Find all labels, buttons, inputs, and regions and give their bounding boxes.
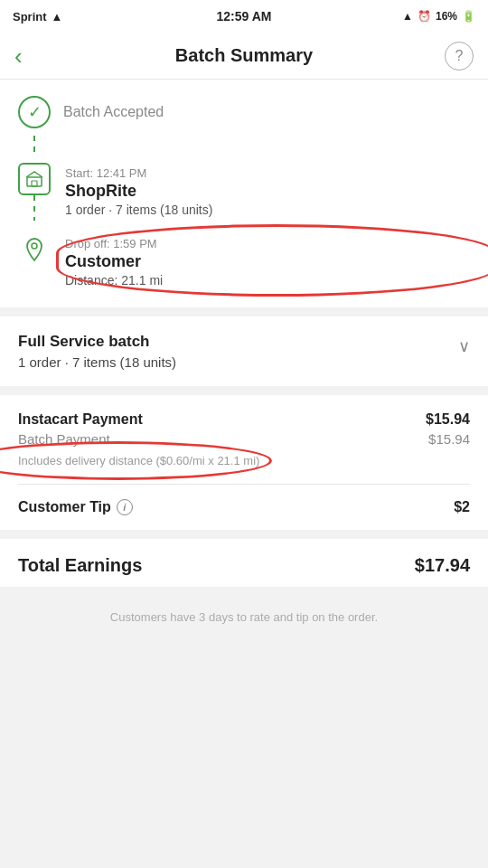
svg-rect-0 xyxy=(27,177,42,186)
total-section: Total Earnings $17.94 xyxy=(0,539,488,587)
batch-payment-label: Batch Payment xyxy=(18,431,110,447)
tip-amount: $2 xyxy=(454,499,470,515)
footer-note: Customers have 3 days to rate and tip on… xyxy=(0,596,488,643)
instacart-amount: $15.94 xyxy=(426,411,470,428)
full-service-title: Full Service batch xyxy=(18,333,176,351)
divider-1 xyxy=(18,484,470,485)
store-icon xyxy=(18,163,51,195)
batch-accepted-label: Batch Accepted xyxy=(63,104,164,120)
instacart-payment-row: Instacart Payment $15.94 xyxy=(18,411,470,428)
status-time: 12:59 AM xyxy=(217,9,272,24)
info-icon[interactable]: i xyxy=(117,499,133,515)
svg-rect-1 xyxy=(32,181,37,186)
batch-accepted-row: ✓ Batch Accepted xyxy=(18,96,470,128)
customer-name: Customer xyxy=(65,252,470,271)
status-bar: Sprint ▲ 12:59 AM ▲ ⏰ 16% 🔋 xyxy=(0,0,488,33)
store-name: ShopRite xyxy=(65,182,470,201)
location-icon: ▲ xyxy=(402,10,413,23)
includes-label: Includes delivery distance ($0.60/mi x 2… xyxy=(18,454,259,467)
dropoff-timeline-item: Drop off: 1:59 PM Customer Distance: 21.… xyxy=(18,233,470,288)
total-label: Total Earnings xyxy=(18,555,142,576)
footer-text: Customers have 3 days to rate and tip on… xyxy=(110,610,378,624)
status-right: ▲ ⏰ 16% 🔋 xyxy=(402,10,475,23)
start-label: Start: 12:41 PM xyxy=(65,166,470,180)
total-amount: $17.94 xyxy=(415,555,470,576)
carrier-label: Sprint xyxy=(13,10,47,24)
store-details: 1 order · 7 items (18 units) xyxy=(65,203,470,217)
page-title: Batch Summary xyxy=(175,45,313,66)
store-timeline-item: Start: 12:41 PM ShopRite 1 order · 7 ite… xyxy=(18,163,470,233)
battery-icon: 🔋 xyxy=(462,10,475,23)
total-row: Total Earnings $17.94 xyxy=(18,555,470,576)
full-service-details: 1 order · 7 items (18 units) xyxy=(18,354,176,370)
distance-label: Distance: 21.1 mi xyxy=(65,273,470,288)
connector-line-2 xyxy=(33,195,35,221)
payment-section: Instacart Payment $15.94 Batch Payment $… xyxy=(0,395,488,530)
store-content: Start: 12:41 PM ShopRite 1 order · 7 ite… xyxy=(65,163,470,233)
header: ‹ Batch Summary ? xyxy=(0,33,488,80)
expand-icon[interactable]: ∨ xyxy=(458,336,470,356)
dropoff-icon xyxy=(18,233,51,266)
connector-line-1 xyxy=(33,136,35,157)
full-service-text: Full Service batch 1 order · 7 items (18… xyxy=(18,333,176,370)
batch-payment-amount: $15.94 xyxy=(428,431,470,447)
help-button[interactable]: ? xyxy=(445,42,474,71)
instacart-label: Instacart Payment xyxy=(18,411,143,428)
tip-label: Customer Tip i xyxy=(18,499,133,515)
timeline-left-dropoff xyxy=(18,233,51,266)
status-left: Sprint ▲ xyxy=(13,10,62,24)
battery-label: 16% xyxy=(436,10,457,23)
includes-row: Includes delivery distance ($0.60/mi x 2… xyxy=(18,452,470,476)
batch-payment-row: Batch Payment $15.94 xyxy=(18,431,470,447)
dropoff-label: Drop off: 1:59 PM xyxy=(65,237,470,250)
svg-point-2 xyxy=(32,243,37,249)
alarm-icon: ⏰ xyxy=(418,10,431,23)
timeline-left-store xyxy=(18,163,51,221)
timeline-section: ✓ Batch Accepted Start: 12:41 PM ShopRit… xyxy=(0,80,488,307)
dropoff-content: Drop off: 1:59 PM Customer Distance: 21.… xyxy=(65,233,470,288)
back-button[interactable]: ‹ xyxy=(14,41,30,71)
full-service-section: Full Service batch 1 order · 7 items (18… xyxy=(0,316,488,386)
tip-row: Customer Tip i $2 xyxy=(18,492,470,524)
check-icon: ✓ xyxy=(18,96,51,128)
wifi-icon: ▲ xyxy=(52,10,63,24)
